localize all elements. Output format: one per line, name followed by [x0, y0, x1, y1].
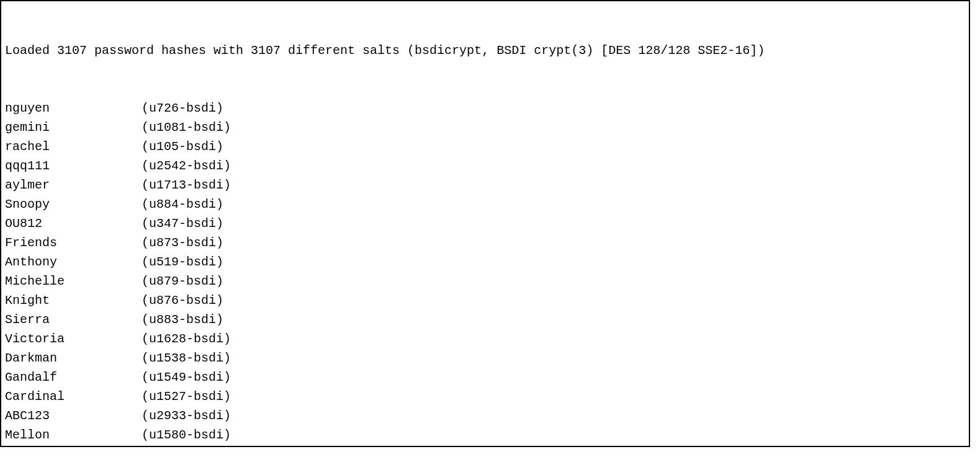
cracked-username: (u883-bsdi): [142, 310, 965, 329]
cracked-username: (u1538-bsdi): [142, 348, 965, 368]
cracked-password: gemini: [5, 118, 142, 137]
cracked-row: Sierra(u883-bsdi): [5, 310, 965, 329]
cracked-username: (u519-bsdi): [142, 252, 965, 272]
cracked-row: ABC123(u2933-bsdi): [5, 406, 965, 425]
cracked-password: OU812: [5, 214, 142, 233]
cracked-row: aylmer(u1713-bsdi): [5, 175, 965, 195]
cracked-username: (u1549-bsdi): [142, 368, 965, 387]
cracked-username: (u1081-bsdi): [142, 118, 965, 137]
cracked-password: aylmer: [5, 175, 142, 195]
cracked-row: Mellon(u1580-bsdi): [5, 425, 965, 445]
cracked-password: Snoopy: [5, 195, 142, 214]
cracked-row: qqq111(u2542-bsdi): [5, 156, 965, 175]
cracked-username: (u876-bsdi): [142, 291, 965, 310]
cracked-username: (u105-bsdi): [142, 137, 965, 156]
cracked-row: Friends(u873-bsdi): [5, 233, 965, 252]
cracked-username: (u884-bsdi): [142, 195, 965, 214]
cracked-username: (u1580-bsdi): [142, 425, 965, 445]
cracked-password: Michelle: [5, 272, 142, 291]
cracked-row: nguyen(u726-bsdi): [5, 99, 965, 118]
cracked-password: ABC123: [5, 406, 142, 425]
cracked-username: (u2542-bsdi): [142, 156, 965, 175]
cracked-password: Darkman: [5, 348, 142, 368]
cracked-password: Sidekick: [5, 445, 142, 447]
cracked-row: Knight(u876-bsdi): [5, 291, 965, 310]
cracked-password: Gandalf: [5, 368, 142, 387]
cracked-password: Cardinal: [5, 387, 142, 406]
cracked-row: Cardinal(u1527-bsdi): [5, 387, 965, 406]
cracked-username: (u2933-bsdi): [142, 406, 965, 425]
cracked-row: Victoria(u1628-bsdi): [5, 329, 965, 348]
cracked-username: (u726-bsdi): [142, 99, 965, 118]
cracked-row: Darkman(u1538-bsdi): [5, 348, 965, 368]
cracked-row: Sidekick(u1611-bsdi): [5, 445, 965, 447]
cracked-password: Friends: [5, 233, 142, 252]
cracked-password: Anthony: [5, 252, 142, 272]
cracked-row: rachel(u105-bsdi): [5, 137, 965, 156]
cracked-password: nguyen: [5, 99, 142, 118]
cracked-username: (u879-bsdi): [142, 272, 965, 291]
cracked-password: Sierra: [5, 310, 142, 329]
cracked-row: gemini(u1081-bsdi): [5, 118, 965, 137]
cracked-username: (u1713-bsdi): [142, 175, 965, 195]
terminal-output[interactable]: Loaded 3107 password hashes with 3107 di…: [0, 0, 970, 447]
cracked-row: OU812(u347-bsdi): [5, 214, 965, 233]
cracked-username: (u1628-bsdi): [142, 329, 965, 348]
cracked-row: Michelle(u879-bsdi): [5, 272, 965, 291]
cracked-username: (u347-bsdi): [142, 214, 965, 233]
header-line: Loaded 3107 password hashes with 3107 di…: [5, 41, 965, 60]
cracked-username: (u873-bsdi): [142, 233, 965, 252]
cracked-password-list: nguyen(u726-bsdi)gemini(u1081-bsdi)rache…: [5, 99, 965, 447]
cracked-row: Anthony(u519-bsdi): [5, 252, 965, 272]
cracked-password: Victoria: [5, 329, 142, 348]
cracked-password: Knight: [5, 291, 142, 310]
cracked-password: rachel: [5, 137, 142, 156]
cracked-username: (u1611-bsdi): [142, 445, 965, 447]
cracked-password: Mellon: [5, 425, 142, 445]
cracked-row: Snoopy(u884-bsdi): [5, 195, 965, 214]
cracked-row: Gandalf(u1549-bsdi): [5, 368, 965, 387]
cracked-password: qqq111: [5, 156, 142, 175]
cracked-username: (u1527-bsdi): [142, 387, 965, 406]
